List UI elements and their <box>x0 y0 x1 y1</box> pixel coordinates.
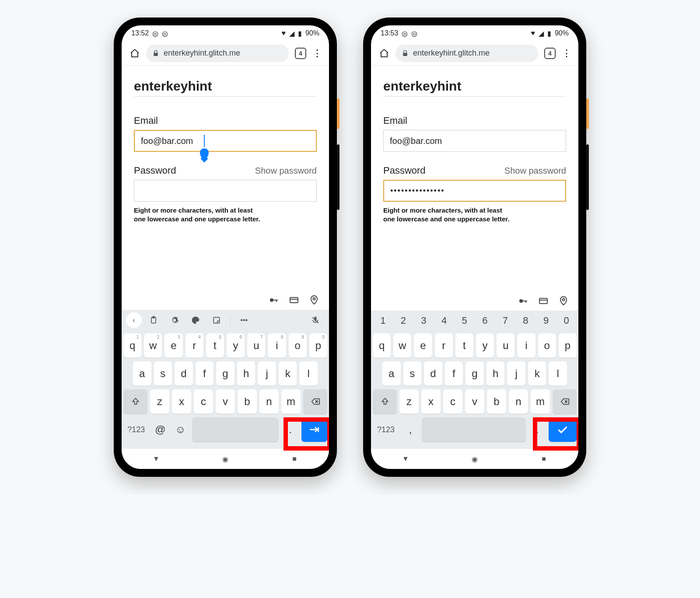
key-p[interactable]: p <box>559 333 577 358</box>
key-icon[interactable] <box>518 296 528 306</box>
numkey-4[interactable]: 4 <box>434 311 455 331</box>
sticker-icon[interactable] <box>207 312 226 328</box>
url-bar[interactable]: enterkeyhint.glitch.me <box>396 45 538 62</box>
key-a[interactable]: a <box>382 361 401 386</box>
key-o[interactable]: o <box>538 333 556 358</box>
shift-key[interactable] <box>123 389 147 414</box>
key-j[interactable]: j <box>507 361 525 386</box>
more-icon[interactable]: ••• <box>235 312 253 328</box>
key-u[interactable]: u7 <box>247 333 265 358</box>
at-key[interactable]: @ <box>152 417 169 442</box>
tab-switcher[interactable]: 4 <box>295 48 306 59</box>
key-m[interactable]: m <box>281 389 301 414</box>
key-t[interactable]: t <box>455 333 473 358</box>
numkey-3[interactable]: 3 <box>413 311 434 331</box>
key-y[interactable]: y <box>476 333 494 358</box>
key-k[interactable]: k <box>279 361 297 386</box>
key-e[interactable]: e3 <box>164 333 182 358</box>
email-field[interactable] <box>383 130 566 152</box>
nav-recents-icon[interactable]: ■ <box>289 454 300 464</box>
palette-icon[interactable] <box>186 312 205 328</box>
numkey-1[interactable]: 1 <box>373 311 393 331</box>
key-i[interactable]: i <box>517 333 535 358</box>
comma-key[interactable]: , <box>402 417 419 442</box>
space-key[interactable] <box>422 417 526 442</box>
backspace-key[interactable] <box>553 389 577 414</box>
nav-back-icon[interactable]: ▼ <box>151 454 161 464</box>
password-field[interactable] <box>134 180 317 202</box>
nav-home-icon[interactable]: ◉ <box>469 454 480 464</box>
mic-off-icon[interactable] <box>306 312 325 328</box>
key-g[interactable]: g <box>216 361 234 386</box>
key-j[interactable]: j <box>258 361 276 386</box>
tab-switcher[interactable]: 4 <box>544 48 556 59</box>
key-n[interactable]: n <box>259 389 279 414</box>
shift-key[interactable] <box>373 389 397 414</box>
key-t[interactable]: t5 <box>206 333 224 358</box>
numkey-6[interactable]: 6 <box>475 311 495 331</box>
key-i[interactable]: i8 <box>268 333 286 358</box>
key-q[interactable]: q1 <box>123 333 141 358</box>
key-r[interactable]: r <box>435 333 453 358</box>
numkey-2[interactable]: 2 <box>393 311 414 331</box>
key-f[interactable]: f <box>196 361 214 386</box>
key-s[interactable]: s <box>403 361 422 386</box>
key-v[interactable]: v <box>216 389 235 414</box>
nav-recents-icon[interactable]: ■ <box>539 454 549 464</box>
home-icon[interactable] <box>379 48 389 59</box>
key-b[interactable]: b <box>238 389 257 414</box>
key-h[interactable]: h <box>237 361 256 386</box>
nav-home-icon[interactable]: ◉ <box>220 454 231 464</box>
key-d[interactable]: d <box>424 361 442 386</box>
key-m[interactable]: m <box>531 389 550 414</box>
period-key[interactable]: . <box>528 417 546 442</box>
emoji-key[interactable]: ☺ <box>172 417 189 442</box>
key-icon[interactable] <box>269 295 279 305</box>
key-p[interactable]: p0 <box>309 333 327 358</box>
key-c[interactable]: c <box>443 389 462 414</box>
key-s[interactable]: s <box>154 361 172 386</box>
key-a[interactable]: a <box>133 361 151 386</box>
numkey-5[interactable]: 5 <box>454 311 475 331</box>
card-icon[interactable] <box>538 296 549 306</box>
key-o[interactable]: o9 <box>289 333 307 358</box>
key-r[interactable]: r4 <box>186 333 203 358</box>
enter-key-done[interactable] <box>549 417 577 442</box>
key-x[interactable]: x <box>421 389 441 414</box>
show-password-toggle[interactable]: Show password <box>504 166 566 176</box>
gear-icon[interactable] <box>165 312 184 328</box>
home-icon[interactable] <box>130 48 140 59</box>
location-icon[interactable] <box>558 296 569 306</box>
symbols-key[interactable]: ?123 <box>123 417 149 442</box>
key-c[interactable]: c <box>194 389 213 414</box>
show-password-toggle[interactable]: Show password <box>255 166 317 176</box>
key-z[interactable]: z <box>399 389 419 414</box>
key-w[interactable]: w <box>393 333 411 358</box>
key-y[interactable]: y6 <box>227 333 245 358</box>
location-icon[interactable] <box>309 295 319 305</box>
symbols-key[interactable]: ?123 <box>373 417 399 442</box>
key-v[interactable]: v <box>465 389 484 414</box>
key-e[interactable]: e <box>414 333 432 358</box>
key-q[interactable]: q <box>373 333 391 358</box>
key-w[interactable]: w2 <box>144 333 162 358</box>
key-u[interactable]: u <box>497 333 514 358</box>
key-z[interactable]: z <box>150 389 169 414</box>
nav-back-icon[interactable]: ▼ <box>400 454 411 464</box>
password-field[interactable]: ••••••••••••••• <box>383 180 566 202</box>
key-k[interactable]: k <box>528 361 546 386</box>
period-key[interactable]: . <box>281 417 299 442</box>
numkey-9[interactable]: 9 <box>536 311 556 331</box>
key-g[interactable]: g <box>466 361 484 386</box>
email-field[interactable] <box>134 130 317 152</box>
enter-key-next[interactable] <box>301 417 327 442</box>
numkey-8[interactable]: 8 <box>515 311 536 331</box>
clipboard-icon[interactable] <box>144 312 163 328</box>
card-icon[interactable] <box>289 295 299 305</box>
url-bar[interactable]: enterkeyhint.glitch.me <box>146 45 289 62</box>
key-b[interactable]: b <box>487 389 506 414</box>
space-key[interactable] <box>192 417 279 442</box>
key-l[interactable]: l <box>549 361 567 386</box>
key-d[interactable]: d <box>175 361 193 386</box>
key-n[interactable]: n <box>509 389 528 414</box>
